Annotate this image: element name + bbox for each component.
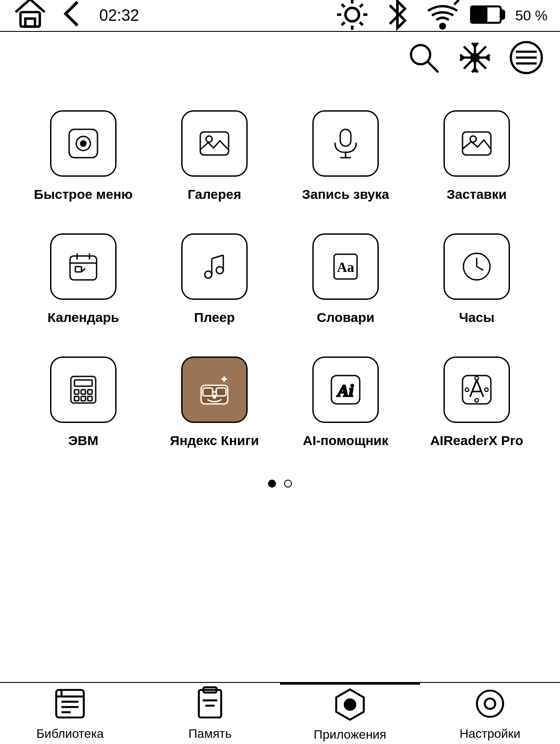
svg-point-73 xyxy=(475,399,478,402)
page-dot-1[interactable] xyxy=(268,480,276,488)
brightness-icon xyxy=(334,0,370,34)
svg-rect-14 xyxy=(471,7,486,22)
home-icon[interactable] xyxy=(12,0,48,35)
menu-icon[interactable] xyxy=(509,40,544,80)
svg-point-11 xyxy=(440,24,445,28)
svg-line-12 xyxy=(454,0,459,4)
app-item-ai-assistant[interactable]: Ai AI-помощник xyxy=(280,343,411,466)
nav-item-memory[interactable]: Память xyxy=(140,683,280,744)
svg-rect-1 xyxy=(25,19,35,27)
mic-icon-box xyxy=(312,110,379,177)
status-left: 02:32 xyxy=(12,0,139,35)
app-item-calculator[interactable]: ЭВМ xyxy=(18,343,149,466)
nav-item-apps[interactable]: Приложения xyxy=(280,683,420,744)
svg-point-46 xyxy=(216,267,223,274)
app-label-player: Плеер xyxy=(194,310,235,326)
svg-line-10 xyxy=(360,4,363,7)
app-grid: Быстрое меню Галерея Запись звука xyxy=(0,88,560,466)
svg-line-9 xyxy=(342,22,345,25)
svg-rect-75 xyxy=(56,690,84,717)
app-label-gallery: Галерея xyxy=(187,186,241,202)
library-icon xyxy=(52,686,88,723)
svg-point-72 xyxy=(485,388,488,391)
svg-rect-37 xyxy=(70,256,97,280)
bluetooth-icon xyxy=(380,0,415,34)
app-label-alreaderx: AIReaderX Pro xyxy=(430,433,523,449)
wifi-icon xyxy=(425,0,460,34)
svg-text:Ai: Ai xyxy=(337,381,354,400)
svg-text:Aa: Aa xyxy=(337,259,354,275)
app-label-clock: Часы xyxy=(459,310,494,326)
battery-percent: 50 % xyxy=(515,8,548,24)
app-item-dictionaries[interactable]: Aa Словари xyxy=(280,220,411,343)
app-label-yandex-books: Яндекс Книги xyxy=(170,433,259,449)
ai-icon-box: Ai xyxy=(312,356,379,423)
svg-point-31 xyxy=(206,136,212,142)
nav-label-apps: Приложения xyxy=(314,728,386,742)
screensaver-icon-box xyxy=(443,110,510,177)
app-item-quick-menu[interactable]: Быстрое меню xyxy=(18,97,149,220)
svg-rect-57 xyxy=(74,396,79,401)
svg-point-2 xyxy=(346,8,359,21)
app-item-calendar[interactable]: Календарь xyxy=(18,220,149,343)
nav-item-library[interactable]: Библиотека xyxy=(0,683,140,744)
battery-icon xyxy=(470,0,506,34)
svg-rect-55 xyxy=(81,390,86,394)
nav-label-settings: Настройки xyxy=(459,727,520,741)
dict-icon-box: Aa xyxy=(312,233,379,300)
nav-label-memory: Память xyxy=(188,727,232,741)
svg-point-16 xyxy=(411,45,430,64)
app-item-player[interactable]: Плеер xyxy=(149,220,280,343)
svg-point-66 xyxy=(213,395,216,398)
quick-menu-icon-box xyxy=(50,110,117,177)
freeze-icon[interactable] xyxy=(457,40,493,80)
svg-rect-30 xyxy=(200,132,229,155)
app-label-screensavers: Заставки xyxy=(447,186,506,202)
status-right: 50 % xyxy=(334,0,548,34)
svg-point-71 xyxy=(475,376,478,380)
svg-rect-81 xyxy=(199,690,221,717)
svg-point-86 xyxy=(345,699,355,710)
svg-point-87 xyxy=(477,690,503,717)
nav-item-settings[interactable]: Настройки xyxy=(420,683,560,744)
app-item-screensavers[interactable]: Заставки xyxy=(411,97,542,220)
gallery-icon-box xyxy=(181,110,248,177)
svg-line-43 xyxy=(212,255,223,259)
svg-rect-56 xyxy=(88,390,92,394)
memory-icon xyxy=(192,686,228,723)
svg-point-88 xyxy=(485,698,495,709)
app-label-dictionaries: Словари xyxy=(317,310,374,326)
app-item-audio-record[interactable]: Запись звука xyxy=(280,97,411,220)
svg-rect-53 xyxy=(74,380,92,386)
app-item-yandex-books[interactable]: Яндекс Книги xyxy=(149,343,280,466)
toolbar xyxy=(0,32,560,88)
calc-icon-box xyxy=(50,356,117,423)
svg-line-7 xyxy=(342,4,345,7)
app-item-alreaderx[interactable]: AIReaderX Pro xyxy=(411,343,542,466)
status-bar: 02:32 xyxy=(0,0,560,32)
svg-rect-15 xyxy=(501,11,504,19)
app-item-clock[interactable]: Часы xyxy=(411,220,542,343)
svg-point-74 xyxy=(465,388,469,391)
svg-point-29 xyxy=(81,141,86,146)
app-label-calculator: ЭВМ xyxy=(68,433,98,449)
app-label-quick-menu: Быстрое меню xyxy=(34,186,133,202)
app-label-ai-assistant: AI-помощник xyxy=(303,433,388,449)
app-label-calendar: Календарь xyxy=(47,310,119,326)
app-label-audio-record: Запись звука xyxy=(302,186,389,202)
nav-label-library: Библиотека xyxy=(36,727,104,741)
svg-rect-59 xyxy=(88,396,92,401)
yandex-icon-box xyxy=(181,356,248,423)
settings-icon xyxy=(472,686,508,723)
search-icon[interactable] xyxy=(406,40,441,80)
back-icon[interactable] xyxy=(56,0,91,35)
app-item-gallery[interactable]: Галерея xyxy=(149,97,280,220)
bottom-nav: Библиотека Память Приложения xyxy=(0,682,560,744)
svg-point-45 xyxy=(205,271,212,278)
page-dot-2[interactable] xyxy=(284,480,292,488)
apps-icon xyxy=(332,687,368,724)
svg-line-17 xyxy=(428,62,438,72)
page-dots xyxy=(0,466,560,496)
svg-rect-41 xyxy=(75,267,82,272)
calendar-icon-box xyxy=(50,233,117,300)
